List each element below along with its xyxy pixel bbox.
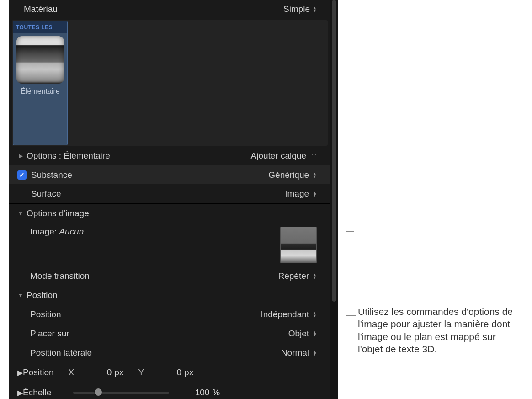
inspector-panel: Matériau Simple ▲▼ TOUTES LES Élémentair… bbox=[9, 0, 338, 399]
material-preview-area: TOUTES LES Élémentaire bbox=[12, 20, 328, 146]
updown-icon: ▲▼ bbox=[313, 273, 317, 279]
material-header: Matériau Simple ▲▼ bbox=[9, 0, 330, 20]
scale-slider[interactable] bbox=[73, 392, 169, 394]
disclosure-icon[interactable]: ▼ bbox=[17, 292, 24, 298]
updown-icon: ▲▼ bbox=[313, 191, 317, 197]
surface-popup[interactable]: Image ▲▼ bbox=[285, 189, 317, 199]
updown-icon: ▲▼ bbox=[313, 312, 317, 317]
scrollbar-thumb[interactable] bbox=[332, 0, 336, 302]
placeon-popup[interactable]: Objet ▲▼ bbox=[288, 329, 317, 339]
inspector-content: Matériau Simple ▲▼ TOUTES LES Élémentair… bbox=[9, 0, 330, 399]
callout-tick-top bbox=[346, 231, 354, 232]
placeon-label: Placer sur bbox=[30, 329, 69, 339]
callout-lead bbox=[346, 315, 356, 316]
scale-unit: % bbox=[212, 388, 220, 398]
options-elementaire-row: ▶ Options : Élémentaire Ajouter calque ﹀ bbox=[9, 146, 330, 165]
add-layer-popup[interactable]: Ajouter calque ﹀ bbox=[251, 151, 317, 161]
material-mode-popup[interactable]: Simple ▲▼ bbox=[283, 4, 317, 14]
updown-icon: ▲▼ bbox=[313, 172, 317, 178]
side-placement-label: Position latérale bbox=[30, 348, 92, 358]
wrap-mode-popup[interactable]: Répéter ▲▼ bbox=[278, 271, 317, 281]
surface-label: Surface bbox=[31, 189, 61, 199]
placement-row: Position Indépendant ▲▼ bbox=[9, 305, 330, 324]
disclosure-icon[interactable]: ▼ bbox=[17, 210, 24, 217]
updown-icon: ▲▼ bbox=[313, 331, 317, 336]
y-value[interactable]: 0 bbox=[149, 367, 181, 378]
material-mode-value: Simple bbox=[283, 4, 310, 14]
material-thumbnail-card[interactable]: TOUTES LES Élémentaire bbox=[13, 21, 68, 145]
placement-section-label: Position bbox=[27, 290, 58, 300]
image-options-row: ▼ Options d'image bbox=[9, 203, 330, 223]
placement-section-row: ▼ Position bbox=[9, 286, 330, 305]
x-unit: px bbox=[114, 367, 123, 378]
scale-label: Échelle bbox=[23, 388, 51, 398]
x-label: X bbox=[69, 367, 74, 378]
y-unit: px bbox=[184, 367, 193, 378]
substance-row: ✓ Substance Générique ▲▼ bbox=[9, 165, 330, 184]
thumbnail-label: Élémentaire bbox=[13, 87, 67, 96]
substance-popup[interactable]: Générique ▲▼ bbox=[268, 170, 317, 180]
disclosure-icon[interactable]: ▶ bbox=[17, 368, 23, 377]
placeon-row: Placer sur Objet ▲▼ bbox=[9, 324, 330, 343]
side-placement-row: Position latérale Normal ▲▼ bbox=[9, 343, 330, 362]
callout-text: Utilisez les commandes d'options de l'im… bbox=[358, 305, 522, 355]
updown-icon: ▲▼ bbox=[313, 350, 317, 356]
position-xy-row: ▶ Position X 0 px Y 0 px bbox=[9, 362, 330, 383]
thumbnail-image bbox=[16, 36, 64, 84]
substance-label: Substance bbox=[31, 170, 72, 180]
slider-thumb[interactable] bbox=[95, 388, 102, 396]
position-label: Position bbox=[23, 367, 54, 378]
scale-value[interactable]: 100 bbox=[177, 388, 209, 398]
image-well[interactable] bbox=[280, 227, 317, 263]
side-placement-popup[interactable]: Normal ▲▼ bbox=[281, 348, 317, 358]
chevron-down-icon: ﹀ bbox=[312, 152, 317, 159]
image-assign-row: Image: Aucun bbox=[9, 223, 330, 266]
scale-row: ▶ Échelle 100 % bbox=[9, 383, 330, 399]
wrap-mode-label: Mode transition bbox=[30, 271, 90, 281]
placement-popup[interactable]: Indépendant ▲▼ bbox=[261, 309, 317, 319]
substance-checkbox[interactable]: ✓ bbox=[17, 170, 27, 180]
disclosure-icon[interactable]: ▶ bbox=[17, 388, 23, 397]
image-options-label: Options d'image bbox=[27, 208, 89, 218]
updown-icon: ▲▼ bbox=[313, 6, 317, 12]
options-elementaire-label: Options : Élémentaire bbox=[27, 151, 110, 161]
material-title: Matériau bbox=[24, 4, 58, 14]
wrap-mode-row: Mode transition Répéter ▲▼ bbox=[9, 266, 330, 286]
y-label: Y bbox=[138, 367, 144, 378]
disclosure-icon[interactable]: ▶ bbox=[17, 153, 24, 159]
x-value[interactable]: 0 bbox=[80, 367, 112, 378]
thumbnail-tab[interactable]: TOUTES LES bbox=[13, 21, 67, 33]
surface-row: Surface Image ▲▼ bbox=[9, 184, 330, 203]
placement-label: Position bbox=[30, 309, 61, 319]
scrollbar-track[interactable] bbox=[330, 0, 338, 399]
image-label: Image: Aucun bbox=[30, 227, 84, 237]
